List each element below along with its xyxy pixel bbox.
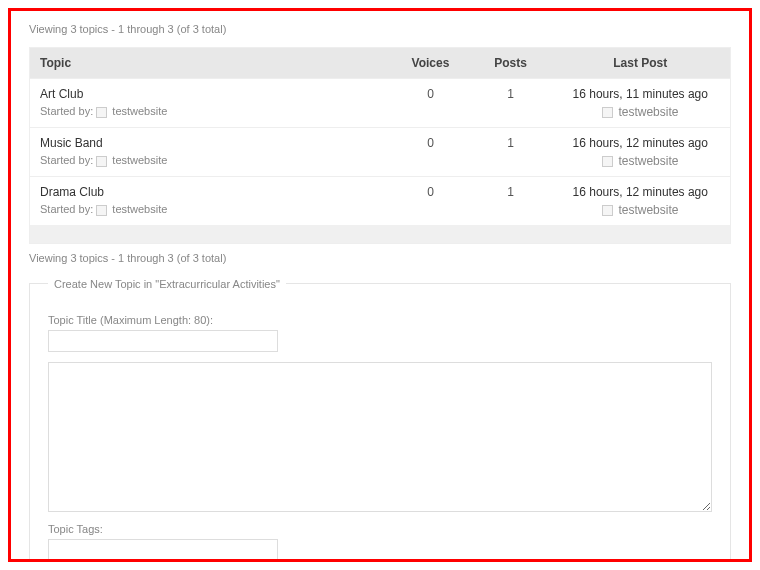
viewing-count-bottom: Viewing 3 topics - 1 through 3 (of 3 tot… [29,252,731,264]
topic-title-input[interactable] [48,330,278,352]
voices-cell: 0 [391,128,471,177]
table-row: Music Band Started by: testwebsite 0 1 1… [30,128,731,177]
col-header-voices: Voices [391,48,471,79]
create-topic-form: Create New Topic in "Extracurricular Act… [29,278,731,563]
tags-label: Topic Tags: [48,523,712,535]
topic-title-link[interactable]: Art Club [40,87,381,101]
table-footer-spacer [30,225,731,243]
lastpost-user[interactable]: testwebsite [618,154,678,168]
lastpost-time[interactable]: 16 hours, 11 minutes ago [561,87,721,101]
col-header-posts: Posts [471,48,551,79]
lastpost-user[interactable]: testwebsite [618,105,678,119]
topic-title-link[interactable]: Music Band [40,136,381,150]
started-by-label: Started by: [40,154,93,166]
topic-content-textarea[interactable] [48,362,712,512]
user-icon [602,156,613,167]
posts-cell: 1 [471,177,551,226]
user-icon [602,107,613,118]
started-by-user[interactable]: testwebsite [112,105,167,117]
topic-title-link[interactable]: Drama Club [40,185,381,199]
title-label: Topic Title (Maximum Length: 80): [48,314,712,326]
table-row: Art Club Started by: testwebsite 0 1 16 … [30,79,731,128]
posts-cell: 1 [471,79,551,128]
voices-cell: 0 [391,79,471,128]
posts-cell: 1 [471,128,551,177]
user-icon [96,205,107,216]
lastpost-time[interactable]: 16 hours, 12 minutes ago [561,185,721,199]
user-icon [602,205,613,216]
user-icon [96,156,107,167]
topics-table: Topic Voices Posts Last Post Art Club St… [29,47,731,244]
lastpost-time[interactable]: 16 hours, 12 minutes ago [561,136,721,150]
started-by-label: Started by: [40,105,93,117]
viewing-count-top: Viewing 3 topics - 1 through 3 (of 3 tot… [29,23,731,35]
started-by-label: Started by: [40,203,93,215]
table-row: Drama Club Started by: testwebsite 0 1 1… [30,177,731,226]
form-legend: Create New Topic in "Extracurricular Act… [48,278,286,290]
voices-cell: 0 [391,177,471,226]
started-by-user[interactable]: testwebsite [112,154,167,166]
col-header-lastpost: Last Post [551,48,731,79]
user-icon [96,107,107,118]
started-by-user[interactable]: testwebsite [112,203,167,215]
topic-tags-input[interactable] [48,539,278,561]
col-header-topic: Topic [30,48,391,79]
lastpost-user[interactable]: testwebsite [618,203,678,217]
